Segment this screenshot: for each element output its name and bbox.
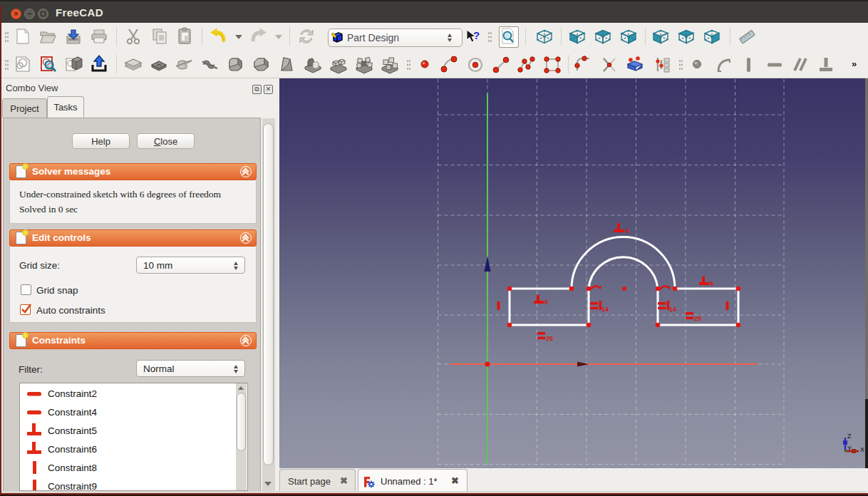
svg-text:Z: Z — [847, 433, 852, 440]
svg-text:?: ? — [473, 29, 480, 41]
svg-text:X: X — [860, 446, 864, 453]
svg-text:6: 6 — [626, 227, 629, 234]
svg-text:14: 14 — [601, 306, 609, 313]
svg-text:6: 6 — [710, 280, 713, 287]
svg-text:14: 14 — [669, 306, 676, 313]
svg-text:5: 5 — [544, 299, 548, 306]
svg-text:25: 25 — [694, 315, 701, 322]
svg-text:Y: Y — [847, 445, 852, 452]
svg-text:25: 25 — [546, 335, 553, 342]
